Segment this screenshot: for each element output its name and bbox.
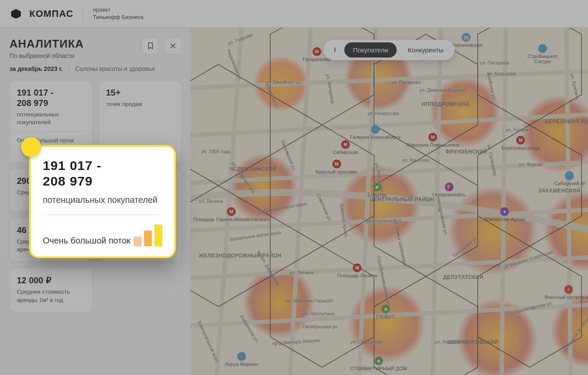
shopping-icon: 🛒 (538, 44, 547, 53)
poi-globus[interactable]: ♣ГЛОБУС (376, 304, 396, 319)
district-label: ИППОДРОМСКИЙ (422, 101, 469, 107)
shopping-icon: 🛒 (371, 125, 380, 134)
building-icon: 🏢 (462, 33, 470, 42)
tagline-l2: Тинькофф Бизнеса (93, 14, 144, 21)
poi-plehan[interactable]: 🏢Плехановская (450, 33, 483, 48)
shopping-icon: 🛒 (565, 171, 574, 180)
district-label: ДЕПУТАТСКИЙ (443, 274, 483, 280)
bookmark-icon (147, 42, 154, 50)
street-label: ул. Писарева (480, 60, 509, 65)
poi-metro-berezrosh[interactable]: MБерёзовая роща (502, 136, 540, 151)
shopping-icon: 🛒 (237, 352, 246, 361)
district-label: ЗАКАМЕНСКИЙ (538, 188, 581, 194)
poi-stroymarket[interactable]: 🛒СтроймаркетСатурн (527, 44, 558, 64)
metro-icon: M (332, 160, 341, 168)
spotlight-card: 191 017 - 208 979 потенциальных покупате… (29, 145, 176, 258)
district-label: ФРУНЗЕНСКИЙ (445, 149, 487, 155)
street-label: ул. Лесосечная (435, 339, 468, 344)
app-header: КОМПАС проект Тинькофф Бизнеса (0, 0, 588, 28)
metro-icon: M (516, 136, 525, 144)
street-label: ул. Максима Горького (285, 298, 333, 303)
street-label: ул. Демьяна Бедного (419, 87, 466, 93)
card-value: 191 017 - (17, 88, 54, 97)
park-icon: ♣ (374, 356, 383, 365)
metro-icon: M (341, 140, 350, 149)
panel-meta: за декабрь 2023 г. Салоны красоты и здор… (10, 65, 182, 72)
meta-divider (69, 65, 69, 72)
metro-icon: M (428, 133, 437, 141)
street-label: Линейная ул. (272, 80, 302, 85)
tab-buyers[interactable]: Покупатели (344, 42, 396, 58)
header-divider (83, 6, 83, 21)
tagline-l1: проект (93, 6, 144, 14)
card-value: 12 000 ₽ (17, 275, 85, 285)
meta-date: за декабрь 2023 г. (10, 65, 63, 72)
poi-leroy[interactable]: 🛒Леруа Мерлен (225, 352, 258, 367)
street-label: ул. Ленина (290, 270, 314, 275)
app-name: КОМПАС (29, 8, 74, 19)
panel-subtitle: По выбранной области (10, 52, 84, 59)
hospital-icon: + (564, 285, 573, 294)
poi-metro-krasny[interactable]: MКрасный проспект (316, 160, 358, 174)
bar-chart-icon (134, 222, 162, 246)
tab-competitors[interactable]: Конкуренты (399, 42, 452, 58)
close-button[interactable] (164, 37, 182, 54)
bookmark-button[interactable] (142, 37, 159, 54)
card-desc: потенциальных покупателей (17, 111, 85, 126)
spotlight-value: 208 979 (43, 174, 93, 188)
card-value: 208 979 (17, 98, 48, 108)
street-label: ул. Чаплыгина (303, 311, 335, 316)
street-label: ул. 1905 года (201, 149, 230, 154)
street-label: Ядринцевская ул. (363, 218, 403, 223)
poi-gazprom[interactable]: ⛽Газпромнефть (432, 183, 466, 197)
street-label: ул. Свердлова (350, 339, 382, 344)
map[interactable]: ЧЕЛЮСКИНСКИЙ ЖЕЛЕЗНОДОРОЖНЫЙ РАЙОН ИППОД… (190, 28, 588, 375)
metro-icon: M (353, 263, 361, 272)
card-desc: Средняя стоимость аренды 1м² в год (17, 288, 85, 304)
poi-metro-sibirskaya[interactable]: MСибирская (333, 140, 358, 155)
spotlight-flow: Очень большой поток (43, 235, 131, 246)
metro-icon: M (313, 47, 321, 56)
card-value: 15+ (106, 87, 174, 98)
map-mode-tabs: i Покупатели Конкуренты (323, 40, 454, 60)
poi-metro-garina[interactable]: MПлощадь Гарина-Михайловского (201, 207, 262, 222)
poi-galereya[interactable]: 🛒Галерея Новосибирск (350, 125, 401, 140)
district-label: ЦЕНТРАЛЬНЫЙ РАЙОН (368, 196, 437, 202)
app-tagline: проект Тинькофф Бизнеса (93, 6, 144, 21)
poi-metro-pokryshkina[interactable]: MМаршала Покрышкина (406, 133, 459, 147)
card-rent-sqm[interactable]: 12 000 ₽ Средняя стоимость аренды 1м² в … (10, 268, 93, 312)
meta-category: Салоны красоты и здоровья (75, 65, 155, 72)
info-icon[interactable]: i (329, 45, 340, 55)
poi-metro-lenina[interactable]: MПлощадь Ленина (337, 263, 377, 278)
street-label: ул. Писарева (391, 80, 421, 85)
poi-stokvartir[interactable]: ♣СТОКВАРТИРНЫЙ ДОМ (350, 356, 407, 371)
poi-sibirskym[interactable]: 🛒Сибирский М (554, 171, 585, 186)
arena-icon: ● (500, 207, 509, 216)
metro-icon: M (227, 207, 236, 216)
street-label: Октябрьская ул. (303, 324, 339, 329)
spotlight-value: 191 017 - (43, 158, 102, 173)
highlight-dot-icon (21, 137, 41, 157)
district-label: БЕРЁЗОВАЯ РОЩА (545, 119, 588, 125)
poi-hospital[interactable]: +Военный госпиталь № 425 (545, 285, 588, 300)
card-desc: точек продаж (106, 100, 174, 108)
street-label: ул. Гоголя (506, 127, 528, 132)
street-label: ул. Ленина (199, 199, 223, 204)
street-label: ул. Некрасова (368, 111, 399, 116)
poi-lokoarena[interactable]: ●Локомотив-Арена (484, 207, 525, 222)
street-label: ул. Фрунзе (519, 162, 543, 167)
panel-title: АНАЛИТИКА (10, 37, 84, 51)
street-label: ул. Крылова (402, 157, 429, 163)
fuel-icon: ⛽ (445, 183, 454, 191)
spotlight-desc: потенциальных покупателей (43, 194, 162, 206)
district-label: ЖЕЛЕЗНОДОРОЖНЫЙ РАЙОН (199, 253, 285, 259)
close-icon (169, 42, 177, 50)
logo-icon (10, 7, 22, 20)
